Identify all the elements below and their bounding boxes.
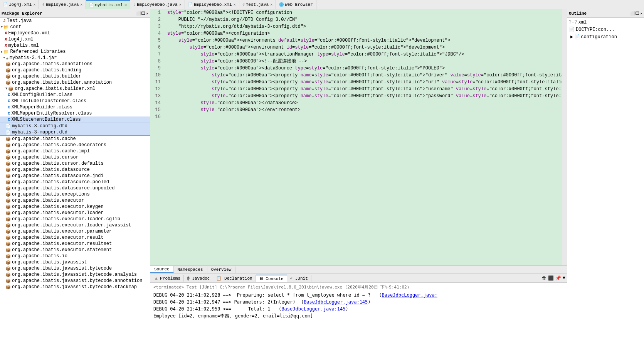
console-link-2[interactable]: BaseJdbcLogger.java:145 [304, 299, 368, 305]
tree-item-test-java[interactable]: JTest.java [0, 18, 150, 24]
console-pin-btn[interactable]: 📌 [555, 275, 561, 281]
tree-item-pkg-io[interactable]: 📦org.apache.ibatis.io [0, 253, 150, 259]
package-icon: 📦 [8, 86, 13, 91]
tab-mybatis[interactable]: 📄 mybatis.xml ✕ [86, 0, 130, 9]
tab-javadoc[interactable]: @ Javadoc [184, 275, 213, 282]
outline-tree[interactable]: ?-? xml 📄 DOCTYPE:con... ▶ 📄 configurati… [567, 18, 644, 351]
console-link-3[interactable]: BaseJdbcLogger.java:145 [281, 306, 345, 312]
console-menu-btn[interactable]: ▼ [563, 275, 565, 281]
tree-item-pkg-cache-impl[interactable]: 📦org.apache.ibatis.cache.impl [0, 148, 150, 154]
tab-testjava[interactable]: J Test.java ✕ [239, 0, 276, 9]
tab-webbrowser[interactable]: 🌐 Web Browser [276, 0, 316, 9]
tab-log4j[interactable]: 📄 log4j.xml ✕ [0, 0, 39, 9]
maximize-btn[interactable]: 🗖 [141, 11, 145, 16]
tab-employeedao[interactable]: J EmployeeDao.java ✕ [130, 0, 185, 9]
tab-close-mybatis[interactable]: ✕ [124, 3, 127, 7]
expand-arrow[interactable]: ▼ [1, 25, 3, 29]
console-stop-btn[interactable]: ⬛ [548, 275, 554, 281]
tree-item-pkg-executor[interactable]: 📦org.apache.ibatis.executor [0, 197, 150, 204]
tree-item-conf[interactable]: ▼📂conf [0, 24, 150, 30]
tree-item-pkg-datasource-pooled[interactable]: 📦org.apache.ibatis.datasource.pooled [0, 179, 150, 185]
tree-item-pkg-cursor-defaults[interactable]: 📦org.apache.ibatis.cursor.defaults [0, 160, 150, 167]
tab-source[interactable]: Source [150, 266, 174, 273]
tree-item-pkg-binding[interactable]: 📦org.apache.ibatis.binding [0, 67, 150, 73]
tree-item-pkg-builder-xml[interactable]: ▼📦org.apache.ibatis.builder.xml [0, 86, 150, 92]
expand-arrow[interactable]: ▼ [5, 87, 7, 91]
tree-item-pkg-executor-keygen[interactable]: 📦org.apache.ibatis.executor.keygen [0, 204, 150, 210]
tree-item-pkg-executor-resultset[interactable]: 📦org.apache.ibatis.executor.resultset [0, 241, 150, 247]
tree-item-pkg-executor-parameter[interactable]: 📦org.apache.ibatis.executor.parameter [0, 228, 150, 235]
tree-item-dtd-config[interactable]: 📄mybatis-3-config.dtd [0, 123, 150, 129]
tab-console[interactable]: 🖥 Console [256, 275, 287, 282]
tree-item-mybatis-jar[interactable]: ▼☕mybatis-3.4.1.jar [0, 55, 150, 61]
tree-item-class-xmlinclude[interactable]: CXMLIncludeTransformer.class [0, 98, 150, 104]
tree-item-class-xmlmapper[interactable]: CXMLMapperBuilder.class [0, 104, 150, 110]
outline-close-btn[interactable]: ✕ [640, 11, 642, 16]
tab-declaration[interactable]: 📋 Declaration [213, 275, 256, 282]
tree-item-pkg-executor-loader-javassist[interactable]: 📦org.apache.ibatis.executor.loader.javas… [0, 222, 150, 228]
tree-item-pkg-cursor[interactable]: 📦org.apache.ibatis.cursor [0, 154, 150, 160]
tree-item-class-xmlconfig[interactable]: CXMLConfigBuilder.class [0, 92, 150, 98]
tree-item-dtd-mapper[interactable]: 📄mybatis-3-mapper.dtd [0, 129, 150, 136]
tree-item-class-xmlmapperentity[interactable]: CXMLMapperEntityResolver.class [0, 110, 150, 116]
package-explorer-tree[interactable]: JTest.java▼📂confXEmployeeDao.xmlXlog4j.x… [0, 18, 150, 351]
tree-item-label: org.apache.ibatis.datasource.jndi [12, 173, 104, 179]
tab-overview[interactable]: Overview [207, 267, 236, 273]
tree-item-pkg-annotations[interactable]: 📦org.apache.ibatis.annotations [0, 61, 150, 67]
tree-item-pkg-datasource[interactable]: 📦org.apache.ibatis.datasource [0, 167, 150, 173]
tree-item-employeedao-xml[interactable]: XEmployeeDao.xml [0, 30, 150, 36]
tab-close-employeedao[interactable]: ✕ [179, 2, 182, 7]
expand-arrow[interactable]: ▶ [1, 50, 3, 54]
outline-minimize-btn[interactable]: ⬜ [630, 11, 635, 16]
code-editor[interactable]: 12345678910111213141516 style="color:#00… [150, 9, 567, 265]
outline-maximize-btn[interactable]: 🗖 [636, 11, 639, 16]
minimize-btn[interactable]: ⬜ [136, 11, 141, 16]
console-link-1[interactable]: BaseJdbcLogger.java: [382, 292, 437, 298]
tree-item-pkg-executor-loader[interactable]: 📦org.apache.ibatis.executor.loader [0, 210, 150, 216]
tree-item-pkg-cache-dec[interactable]: 📦org.apache.ibatis.cache.decorators [0, 142, 150, 148]
tree-item-pkg-cache[interactable]: 📦org.apache.ibatis.cache [0, 136, 150, 142]
tab-problems[interactable]: ⚠ Problems [152, 275, 184, 282]
tree-item-pkg-javassist-bytecode-annotation[interactable]: 📦org.apache.ibatis.javassist.bytecode.an… [0, 278, 150, 284]
tree-item-class-xmlstatement[interactable]: CXMLStatementBuilder.class [0, 116, 150, 123]
jar-icon: ☕ [6, 56, 8, 61]
tab-close-log4j[interactable]: ✕ [33, 2, 35, 7]
tree-item-pkg-builder[interactable]: 📦org.apache.ibatis.builder [0, 73, 150, 79]
tree-item-pkg-executor-loader-cglib[interactable]: 📦org.apache.ibatis.executor.loader.cglib [0, 216, 150, 222]
tree-item-pkg-builder-annotation[interactable]: 📦org.apache.ibatis.builder.annotation [0, 79, 150, 86]
outline-item-doctype[interactable]: 📄 DOCTYPE:con... [569, 26, 642, 33]
code-content[interactable]: style="color:#0000aa"><!DOCTYPE configur… [164, 9, 562, 265]
browser-icon: 🌐 [279, 2, 284, 7]
console-line-2: DEBUG 04-20 21:41:02,947 ==> Parameters:… [153, 299, 564, 305]
editor-scrollbar[interactable] [562, 9, 567, 265]
tab-employee[interactable]: J Employee.java ✕ [39, 0, 86, 9]
tree-item-label: XMLMapperEntityResolver.class [12, 111, 92, 116]
tab-junit[interactable]: ✓ JUnit [287, 275, 311, 282]
tree-item-pkg-exceptions[interactable]: 📦org.apache.ibatis.exceptions [0, 191, 150, 197]
tree-item-label: org.apache.ibatis.javassist.bytecode [12, 266, 112, 271]
package-icon: 📦 [5, 180, 11, 185]
tree-item-pkg-executor-result[interactable]: 📦org.apache.ibatis.executor.result [0, 235, 150, 241]
xml-file-icon: 📄 [3, 2, 8, 7]
console-toolbar: 🗑 ⬛ 📌 ▼ [542, 275, 565, 281]
tree-item-pkg-datasource-unpooled[interactable]: 📦org.apache.ibatis.datasource.unpooled [0, 185, 150, 191]
outline-item-configuration[interactable]: ▶ 📄 configuration [569, 34, 642, 40]
tab-close-testjava[interactable]: ✕ [270, 2, 272, 7]
tree-item-pkg-javassist-bytecode-analysis[interactable]: 📦org.apache.ibatis.javassist.bytecode.an… [0, 272, 150, 278]
tree-item-pkg-javassist[interactable]: 📦org.apache.ibatis.javassist [0, 259, 150, 265]
tab-employeedao2[interactable]: 📄 EmployeeDao.xml ✕ [185, 0, 239, 9]
tree-item-pkg-javassist-bytecode[interactable]: 📦org.apache.ibatis.javassist.bytecode [0, 265, 150, 272]
tab-close-employeedao2[interactable]: ✕ [234, 2, 236, 7]
close-panel-btn[interactable]: ✕ [146, 11, 148, 16]
tree-item-pkg-datasource-jndi[interactable]: 📦org.apache.ibatis.datasource.jndi [0, 173, 150, 179]
tab-close-employee[interactable]: ✕ [80, 2, 82, 7]
console-clear-btn[interactable]: 🗑 [542, 275, 546, 281]
outline-item-xml[interactable]: ?-? xml [569, 19, 642, 25]
tab-namespaces[interactable]: Namespaces [174, 267, 207, 273]
tree-item-pkg-executor-statement[interactable]: 📦org.apache.ibatis.executor.statement [0, 247, 150, 253]
tree-item-mybatis-xml[interactable]: Xmybatis.xml [0, 42, 150, 49]
tree-item-log4j-xml[interactable]: Xlog4j.xml [0, 36, 150, 42]
tree-item-pkg-javassist-bytecode-stackmap[interactable]: 📦org.apache.ibatis.javassist.bytecode.st… [0, 284, 150, 290]
tree-item-ref-libs[interactable]: ▶📁Referenced Libraries [0, 49, 150, 55]
expand-arrow[interactable]: ▼ [3, 56, 5, 60]
